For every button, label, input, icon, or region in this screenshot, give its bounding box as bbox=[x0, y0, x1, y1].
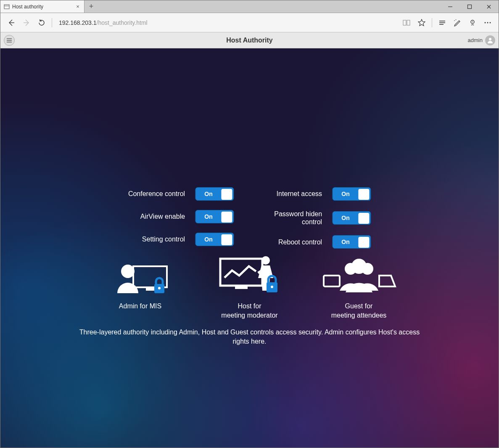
svg-rect-9 bbox=[407, 20, 410, 25]
role-admin: Admin for MIS bbox=[103, 254, 178, 311]
browser-titlebar: Host authority × + bbox=[0, 0, 499, 13]
svg-point-17 bbox=[485, 22, 486, 23]
toggle-conference-control: Conference control On bbox=[128, 187, 234, 201]
svg-rect-3 bbox=[468, 5, 472, 8]
toggle-switch[interactable]: On bbox=[332, 187, 371, 201]
refresh-button[interactable] bbox=[34, 15, 49, 30]
svg-point-16 bbox=[472, 21, 473, 22]
toggle-label: Password hiden control bbox=[259, 210, 322, 226]
toggle-label: Reboot control bbox=[278, 238, 322, 246]
role-guest: Guest for meeting attendees bbox=[321, 254, 397, 320]
footnote-text: Three-layered authority including Admin,… bbox=[71, 328, 428, 347]
share-button[interactable] bbox=[465, 15, 480, 30]
role-host: Host for meeting moderator bbox=[212, 254, 288, 320]
url-path: /host_authority.html bbox=[97, 19, 148, 26]
svg-line-14 bbox=[456, 19, 456, 20]
toggle-label: AirView enable bbox=[140, 212, 185, 220]
favorite-button[interactable] bbox=[414, 15, 429, 30]
svg-point-23 bbox=[489, 38, 491, 40]
toolbar-divider bbox=[52, 18, 52, 27]
window-close-button[interactable] bbox=[479, 0, 499, 13]
app-header: Host Authority admin bbox=[0, 32, 499, 48]
hub-button[interactable] bbox=[435, 15, 450, 30]
menu-button[interactable] bbox=[4, 35, 15, 46]
tab-title: Host authority bbox=[12, 4, 75, 10]
role-label: Guest for meeting attendees bbox=[321, 302, 397, 320]
browser-tab-active[interactable]: Host authority × bbox=[0, 0, 84, 13]
toggle-knob bbox=[221, 234, 232, 245]
browser-toolbar: 192.168.203.1/host_authority.html bbox=[0, 13, 499, 32]
svg-rect-35 bbox=[324, 276, 340, 286]
svg-point-19 bbox=[490, 22, 491, 23]
page-title: Host Authority bbox=[0, 37, 499, 44]
svg-rect-30 bbox=[235, 286, 248, 289]
toggle-knob bbox=[358, 237, 369, 248]
toggle-knob bbox=[358, 213, 369, 224]
window-minimize-button[interactable] bbox=[441, 0, 460, 13]
toggle-grid: Conference control On AirView enable On … bbox=[128, 187, 371, 249]
forward-button[interactable] bbox=[19, 15, 34, 30]
guest-icon bbox=[321, 254, 397, 297]
toggle-column-right: Internet access On Password hiden contro… bbox=[259, 187, 371, 249]
svg-rect-0 bbox=[4, 5, 9, 9]
webnote-button[interactable] bbox=[450, 15, 465, 30]
svg-point-28 bbox=[158, 287, 161, 289]
reading-view-button[interactable] bbox=[399, 15, 414, 30]
more-button[interactable] bbox=[480, 15, 495, 30]
toggle-label: Internet access bbox=[277, 190, 322, 198]
toggle-switch[interactable]: On bbox=[332, 211, 371, 225]
url-host: 192.168.203.1 bbox=[59, 19, 97, 26]
role-label: Admin for MIS bbox=[103, 302, 178, 311]
toggle-setting-control: Setting control On bbox=[128, 233, 234, 246]
toggle-reboot-control: Reboot control On bbox=[259, 235, 371, 249]
role-label: Host for meeting moderator bbox=[212, 302, 288, 320]
toggle-password-hidden-control: Password hiden control On bbox=[259, 210, 371, 226]
svg-point-31 bbox=[261, 256, 270, 265]
page-icon bbox=[4, 4, 10, 10]
toggle-label: Conference control bbox=[128, 190, 185, 198]
window-maximize-button[interactable] bbox=[460, 0, 479, 13]
toggle-switch[interactable]: On bbox=[195, 233, 234, 246]
toggle-knob bbox=[221, 212, 232, 223]
admin-icon bbox=[109, 254, 172, 297]
svg-line-13 bbox=[454, 20, 455, 21]
toggle-switch[interactable]: On bbox=[332, 235, 371, 249]
back-button[interactable] bbox=[4, 15, 19, 30]
tab-close-icon[interactable]: × bbox=[75, 3, 81, 10]
svg-point-26 bbox=[121, 265, 135, 278]
toggle-switch[interactable]: On bbox=[195, 187, 234, 201]
user-box[interactable]: admin bbox=[468, 35, 499, 45]
svg-point-34 bbox=[271, 286, 273, 288]
new-tab-button[interactable]: + bbox=[84, 0, 98, 13]
svg-rect-8 bbox=[403, 20, 406, 25]
host-icon bbox=[216, 254, 283, 297]
svg-rect-25 bbox=[146, 288, 154, 291]
toggle-switch[interactable]: On bbox=[195, 210, 234, 223]
svg-point-38 bbox=[351, 259, 367, 274]
toolbar-divider bbox=[432, 18, 432, 27]
page-body: Conference control On AirView enable On … bbox=[0, 48, 499, 448]
user-label: admin bbox=[468, 37, 483, 43]
toggle-column-left: Conference control On AirView enable On … bbox=[128, 187, 234, 249]
svg-point-18 bbox=[487, 22, 488, 23]
address-bar[interactable]: 192.168.203.1/host_authority.html bbox=[55, 19, 399, 26]
toggle-knob bbox=[221, 189, 232, 200]
toggle-airview-enable: AirView enable On bbox=[128, 210, 234, 223]
toggle-label: Setting control bbox=[142, 235, 185, 243]
toggle-internet-access: Internet access On bbox=[259, 187, 371, 201]
toggle-knob bbox=[358, 189, 369, 200]
roles-row: Admin for MIS Host for meeting moderator bbox=[103, 254, 397, 320]
avatar-icon bbox=[485, 35, 495, 45]
